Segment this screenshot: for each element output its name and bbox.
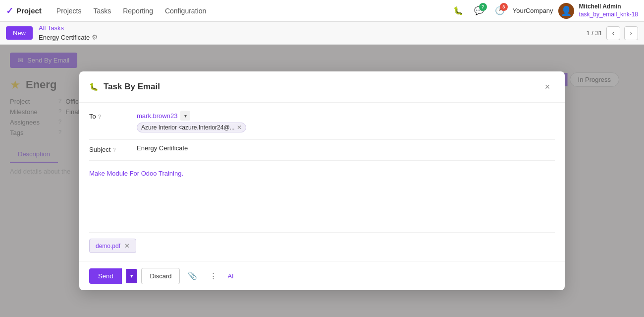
discard-button[interactable]: Discard [141,268,180,284]
bug-btn[interactable]: 🐛 [450,3,466,19]
prev-page-button[interactable]: ‹ [606,26,620,40]
nav-right: 🐛 💬 7 🕐 3 YourCompany 👤 Mitchell Admin t… [450,3,638,19]
to-label: To ? [89,111,129,120]
user-info: Mitchell Admin task_by_email_knk-18 [579,3,638,18]
nav-links: Projects Tasks Reporting Configuration [52,5,211,17]
modal-title: Task By Email [104,82,535,92]
send-button[interactable]: Send [89,268,122,284]
modal-overlay: 🐛 Task By Email × To ? mark.brown23 [0,45,644,317]
modal-bug-icon: 🐛 [89,82,99,91]
new-button[interactable]: New [6,26,33,40]
nav-configuration[interactable]: Configuration [160,5,211,17]
user-avatar[interactable]: 👤 [558,3,574,19]
email-modal: 🐛 Task By Email × To ? mark.brown23 [79,71,565,290]
subject-label: Subject ? [89,144,129,153]
paperclip-icon: 📎 [188,271,197,280]
breadcrumb-all-tasks[interactable]: All Tasks [39,24,98,33]
to-email-text: mark.brown23 [137,112,177,120]
next-page-button[interactable]: › [624,26,638,40]
company-name: YourCompany [513,7,553,14]
email-body[interactable]: Make Module For Odoo Training. [89,165,555,224]
modal-footer: Send ▾ Discard 📎 ⋮ AI [79,261,565,290]
subject-field-row: Subject ? [89,144,555,153]
more-options-button[interactable]: ⋮ [205,267,221,284]
user-name: Mitchell Admin [579,3,638,11]
chat-btn[interactable]: 💬 7 [471,3,487,19]
main-content: ✉ Send By Email ★ Energ Project ? Offic … [0,45,644,317]
nav-projects[interactable]: Projects [52,5,87,17]
modal-header: 🐛 Task By Email × [79,71,565,103]
send-dropdown-button[interactable]: ▾ [126,269,137,283]
to-help-icon: ? [98,114,101,120]
attachment-remove-button[interactable]: ✕ [124,242,130,250]
attachment-icon-button[interactable]: 📎 [184,267,201,284]
modal-body: To ? mark.brown23 ▾ Azure Interior <azur… [79,103,565,261]
subject-field-content [137,144,555,152]
chip-remove-button[interactable]: ✕ [237,125,242,130]
page-number: 1 / 31 [586,29,602,37]
breadcrumb-current: Energy Certificate ⚙ [39,33,98,42]
to-dropdown-button[interactable]: ▾ [180,111,190,121]
app-name: Project [16,6,42,15]
app-logo[interactable]: ✓ Project [6,5,42,16]
user-email: task_by_email_knk-18 [579,11,638,19]
modal-close-button[interactable]: × [540,79,555,94]
more-icon: ⋮ [210,271,217,280]
breadcrumb-pagination: 1 / 31 ‹ › [586,26,638,40]
attachment-chip: demo.pdf ✕ [89,239,136,253]
settings-icon[interactable]: ⚙ [92,33,98,41]
to-field-content[interactable]: mark.brown23 ▾ Azure Interior <azure.Int… [137,111,555,132]
subject-input[interactable] [137,144,555,152]
nav-tasks[interactable]: Tasks [88,5,116,17]
attachment-name: demo.pdf [96,243,120,250]
email-body-link[interactable]: Make Module For Odoo Training. [89,170,183,177]
check-icon: ✓ [6,5,13,16]
attachment-section: demo.pdf ✕ [89,232,555,253]
to-email-chip: Azure Interior <azure.Interior24@... ✕ [137,123,246,132]
activity-badge: 3 [500,3,508,11]
activity-btn[interactable]: 🕐 3 [492,3,508,19]
nav-reporting[interactable]: Reporting [118,5,158,17]
bug-icon: 🐛 [453,6,463,15]
breadcrumb-bar: New All Tasks Energy Certificate ⚙ 1 / 3… [0,22,644,45]
to-field-row: To ? mark.brown23 ▾ Azure Interior <azur… [89,111,555,132]
breadcrumb: All Tasks Energy Certificate ⚙ [39,24,98,42]
subject-help-icon: ? [112,147,115,153]
ai-button[interactable]: AI [225,268,235,284]
chat-badge: 7 [479,3,487,11]
top-nav: ✓ Project Projects Tasks Reporting Confi… [0,0,644,22]
